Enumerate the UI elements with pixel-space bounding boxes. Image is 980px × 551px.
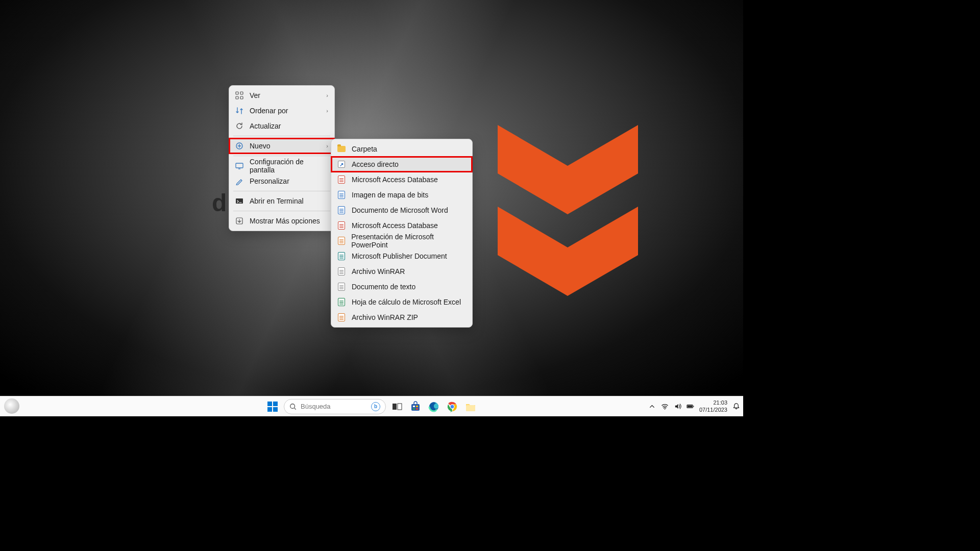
submenu-label: Imagen de mapa de bits bbox=[352, 191, 428, 199]
taskbar: Búsqueda b 21:03 07/11/2023 bbox=[0, 396, 743, 416]
file-icon bbox=[337, 313, 346, 321]
menu-item-terminal[interactable]: Abrir en Terminal bbox=[229, 193, 334, 209]
submenu-item-access-db[interactable]: Microsoft Access Database bbox=[331, 172, 472, 187]
plus-circle-icon bbox=[235, 142, 243, 150]
submenu-label: Archivo WinRAR ZIP bbox=[352, 313, 418, 321]
date-text: 07/11/2023 bbox=[699, 407, 727, 413]
grid-icon bbox=[235, 91, 243, 99]
submenu-item-folder[interactable]: Carpeta bbox=[331, 141, 472, 157]
submenu-item-text[interactable]: Documento de texto bbox=[331, 279, 472, 294]
desktop-context-menu: Ver › Ordenar por › Actualizar Nuevo › C… bbox=[229, 85, 335, 231]
svg-rect-10 bbox=[398, 404, 402, 410]
submenu-label: Microsoft Access Database bbox=[352, 176, 438, 184]
edge-browser-button[interactable] bbox=[427, 399, 441, 414]
submenu-item-word[interactable]: Documento de Microsoft Word bbox=[331, 203, 472, 218]
folder-icon bbox=[337, 145, 346, 153]
svg-rect-21 bbox=[466, 405, 475, 411]
svg-rect-11 bbox=[411, 404, 420, 411]
file-explorer-button[interactable] bbox=[463, 399, 478, 414]
file-icon bbox=[337, 298, 346, 306]
svg-rect-15 bbox=[416, 408, 418, 410]
chrome-browser-button[interactable] bbox=[445, 399, 459, 414]
submenu-label: Archivo WinRAR bbox=[352, 267, 405, 276]
microsoft-store-button[interactable] bbox=[408, 399, 423, 414]
submenu-item-publisher[interactable]: Microsoft Publisher Document bbox=[331, 248, 472, 264]
menu-item-more-options[interactable]: Mostrar Más opciones bbox=[229, 213, 334, 229]
file-icon bbox=[337, 191, 346, 199]
menu-label: Ver bbox=[250, 91, 326, 99]
svg-rect-0 bbox=[236, 92, 238, 94]
svg-rect-1 bbox=[240, 92, 243, 94]
submenu-label: Documento de texto bbox=[352, 283, 415, 291]
windows-logo-icon bbox=[267, 402, 278, 412]
file-icon bbox=[337, 283, 346, 291]
submenu-label: Documento de Microsoft Word bbox=[352, 206, 448, 214]
submenu-item-bitmap[interactable]: Imagen de mapa de bits bbox=[331, 187, 472, 203]
submenu-item-access-db-2[interactable]: Microsoft Access Database bbox=[331, 218, 472, 233]
bing-icon: b bbox=[371, 402, 380, 411]
submenu-label: Hoja de cálculo de Microsoft Excel bbox=[352, 298, 461, 306]
start-button[interactable] bbox=[265, 399, 280, 414]
menu-label: Nuevo bbox=[250, 142, 326, 150]
chevron-right-icon: › bbox=[326, 108, 328, 114]
menu-item-display-settings[interactable]: Configuración de pantalla bbox=[229, 158, 334, 173]
display-icon bbox=[235, 162, 243, 170]
menu-item-view[interactable]: Ver › bbox=[229, 88, 334, 103]
shortcut-icon bbox=[337, 160, 346, 168]
time-text: 21:03 bbox=[699, 399, 727, 406]
svg-rect-14 bbox=[413, 408, 415, 410]
terminal-icon bbox=[235, 197, 243, 205]
menu-label: Abrir en Terminal bbox=[250, 197, 328, 205]
menu-separator bbox=[233, 136, 330, 136]
menu-item-refresh[interactable]: Actualizar bbox=[229, 118, 334, 134]
chevron-right-icon: › bbox=[326, 143, 328, 149]
svg-rect-12 bbox=[413, 406, 415, 407]
taskbar-search[interactable]: Búsqueda b bbox=[284, 399, 386, 414]
menu-item-sort[interactable]: Ordenar por › bbox=[229, 103, 334, 118]
submenu-item-winrar[interactable]: Archivo WinRAR bbox=[331, 264, 472, 279]
menu-label: Personalizar bbox=[250, 177, 328, 185]
search-placeholder: Búsqueda bbox=[301, 403, 367, 410]
system-tray: 21:03 07/11/2023 bbox=[648, 399, 740, 413]
tray-overflow-button[interactable] bbox=[648, 403, 656, 410]
task-view-button[interactable] bbox=[390, 399, 404, 414]
submenu-label: Carpeta bbox=[352, 145, 377, 153]
file-icon bbox=[337, 176, 346, 184]
svg-rect-3 bbox=[240, 96, 243, 99]
new-submenu: Carpeta Acceso directo Microsoft Access … bbox=[331, 139, 473, 328]
volume-icon[interactable] bbox=[674, 403, 681, 410]
menu-item-personalize[interactable]: Personalizar bbox=[229, 173, 334, 189]
taskbar-center: Búsqueda b bbox=[265, 399, 478, 414]
svg-point-22 bbox=[665, 409, 666, 410]
submenu-item-shortcut[interactable]: Acceso directo bbox=[331, 157, 472, 172]
file-icon bbox=[337, 221, 346, 230]
brush-icon bbox=[235, 177, 243, 185]
file-icon bbox=[337, 237, 345, 245]
svg-rect-2 bbox=[236, 96, 238, 99]
submenu-label: Microsoft Publisher Document bbox=[352, 252, 447, 260]
more-options-icon bbox=[235, 217, 243, 225]
chevron-logo-overlay bbox=[498, 125, 638, 304]
file-icon bbox=[337, 267, 346, 276]
svg-rect-9 bbox=[393, 404, 397, 410]
file-icon bbox=[337, 252, 346, 260]
menu-item-new[interactable]: Nuevo › bbox=[229, 138, 334, 154]
svg-rect-24 bbox=[688, 406, 692, 408]
submenu-item-winrar-zip[interactable]: Archivo WinRAR ZIP bbox=[331, 310, 472, 325]
submenu-label: Microsoft Access Database bbox=[352, 221, 438, 230]
clock[interactable]: 21:03 07/11/2023 bbox=[699, 399, 727, 413]
notifications-icon[interactable] bbox=[732, 403, 740, 410]
menu-separator bbox=[233, 191, 330, 191]
menu-label: Actualizar bbox=[250, 122, 328, 130]
battery-icon[interactable] bbox=[687, 403, 694, 410]
svg-rect-25 bbox=[693, 406, 694, 407]
wifi-icon[interactable] bbox=[661, 403, 669, 410]
submenu-label: Acceso directo bbox=[352, 160, 399, 168]
submenu-label: Presentación de Microsoft PowerPoint bbox=[351, 233, 466, 249]
weather-widget-icon[interactable] bbox=[4, 398, 19, 414]
desktop-wallpaper[interactable]: d Ver › Ordenar por › Actualizar Nuevo › bbox=[0, 0, 743, 416]
submenu-item-powerpoint[interactable]: Presentación de Microsoft PowerPoint bbox=[331, 233, 472, 248]
menu-separator bbox=[233, 156, 330, 156]
svg-rect-13 bbox=[416, 406, 418, 407]
submenu-item-excel[interactable]: Hoja de cálculo de Microsoft Excel bbox=[331, 294, 472, 310]
